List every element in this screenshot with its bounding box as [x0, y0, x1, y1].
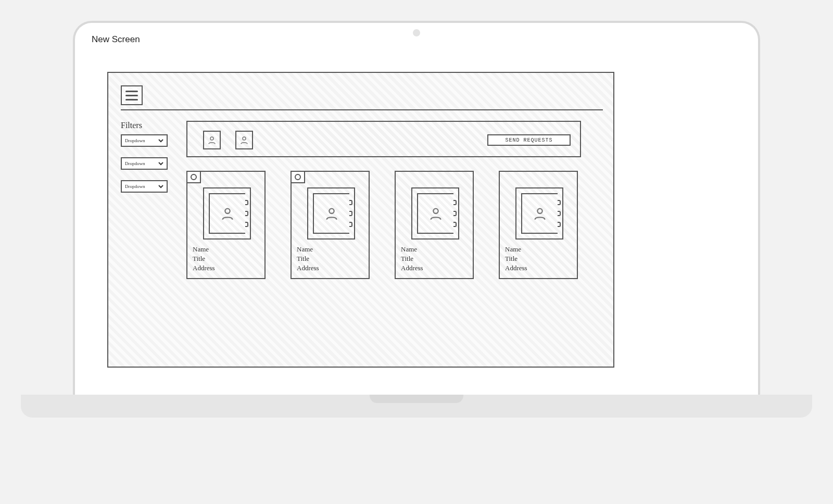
address-book-icon [209, 193, 245, 234]
radio-dot-icon [191, 174, 197, 180]
card-address: Address [297, 263, 319, 273]
card-title: Title [297, 254, 319, 263]
filter-dropdown-1[interactable]: Dropdown [121, 134, 168, 147]
filter-dropdown-3-label: Dropdown [125, 184, 145, 189]
chevron-down-icon [158, 184, 163, 189]
laptop-frame: New Screen Filters Dropdown Dropdown Dro… [73, 21, 760, 396]
card-text: NameTitleAddress [505, 245, 527, 273]
person-icon [324, 206, 339, 221]
card-radio[interactable] [291, 171, 305, 183]
contact-image [203, 187, 251, 240]
wireframe-canvas: Filters Dropdown Dropdown Dropdown [107, 72, 614, 368]
svg-point-4 [433, 209, 438, 213]
card-radio[interactable] [186, 171, 201, 183]
screen-viewport: Filters Dropdown Dropdown Dropdown [84, 48, 749, 396]
person-icon [220, 206, 235, 221]
selected-thumb-2[interactable] [235, 131, 253, 149]
card-name: Name [505, 245, 527, 254]
selection-toolbar: SEND REQUESTS [186, 121, 581, 157]
svg-point-0 [210, 137, 213, 140]
filter-dropdown-2-label: Dropdown [125, 161, 145, 166]
card-address: Address [193, 263, 215, 273]
address-book-icon [417, 193, 453, 234]
filters-heading: Filters [121, 121, 142, 130]
send-requests-label: SEND REQUESTS [505, 137, 552, 143]
selected-thumbnails [203, 131, 253, 149]
camera-dot [413, 29, 420, 36]
contact-image [411, 187, 459, 240]
screen-title: New Screen [92, 34, 140, 45]
contact-image [515, 187, 563, 240]
card-name: Name [401, 245, 423, 254]
contact-card-4[interactable]: NameTitleAddress [499, 171, 578, 279]
person-icon [207, 135, 217, 145]
address-book-icon [313, 193, 349, 234]
address-book-icon [521, 193, 558, 234]
card-address: Address [505, 263, 527, 273]
contact-cards-row: NameTitleAddressNameTitleAddressNameTitl… [186, 171, 578, 279]
contact-image [307, 187, 355, 240]
card-title: Title [193, 254, 215, 263]
card-text: NameTitleAddress [297, 245, 319, 273]
selected-thumb-1[interactable] [203, 131, 221, 149]
card-title: Title [505, 254, 527, 263]
send-requests-button[interactable]: SEND REQUESTS [487, 134, 571, 146]
card-name: Name [193, 245, 215, 254]
person-icon [533, 206, 547, 221]
card-title: Title [401, 254, 423, 263]
contact-card-1[interactable]: NameTitleAddress [186, 171, 266, 279]
radio-dot-icon [295, 174, 301, 180]
laptop-base [21, 395, 812, 418]
filter-dropdown-2[interactable]: Dropdown [121, 157, 168, 170]
menu-icon[interactable] [121, 85, 143, 105]
contact-card-2[interactable]: NameTitleAddress [291, 171, 370, 279]
header-divider [121, 109, 603, 110]
chevron-down-icon [158, 161, 163, 166]
card-name: Name [297, 245, 319, 254]
contact-card-3[interactable]: NameTitleAddress [395, 171, 474, 279]
filter-dropdown-1-label: Dropdown [125, 138, 145, 143]
svg-point-2 [225, 209, 230, 213]
person-icon [239, 135, 249, 145]
card-text: NameTitleAddress [193, 245, 215, 273]
chevron-down-icon [158, 138, 163, 143]
card-address: Address [401, 263, 423, 273]
person-icon [428, 206, 443, 221]
card-text: NameTitleAddress [401, 245, 423, 273]
svg-point-1 [243, 137, 246, 140]
filter-dropdown-3[interactable]: Dropdown [121, 180, 168, 193]
svg-point-3 [329, 209, 334, 213]
svg-point-5 [537, 209, 542, 213]
